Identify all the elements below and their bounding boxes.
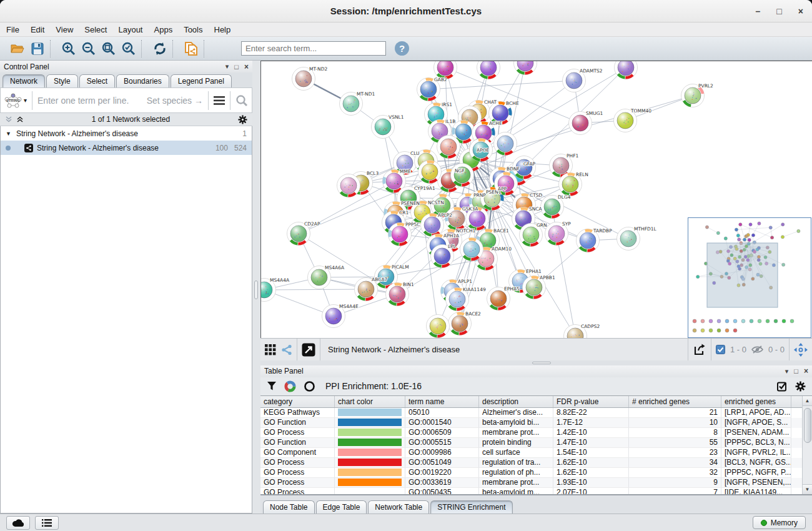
splitter-handle[interactable] [532,362,551,364]
menu-item-edit[interactable]: Edit [31,25,44,34]
table-row[interactable]: GO ProcessGO:0006509membrane prot...1.42… [260,428,802,438]
table-row[interactable]: GO ProcessGO:0019220regulation of ph...1… [260,468,802,478]
options-menu-icon[interactable] [214,96,225,105]
column-header-description[interactable]: description [479,396,553,407]
expand-all-icon[interactable] [16,116,24,123]
filter-icon[interactable] [267,381,277,391]
help-glyph: ? [399,43,405,54]
tab-network[interactable]: Network [2,74,45,87]
menu-item-select[interactable]: Select [84,25,107,34]
minimize-button[interactable]: – [756,6,761,16]
menu-item-tools[interactable]: Tools [184,25,202,34]
panel-splitter-horizontal[interactable] [260,360,812,365]
column-header-genes[interactable]: enriched genes [721,396,791,407]
menu-item-help[interactable]: Help [214,25,231,34]
open-session-button[interactable] [7,39,27,58]
scrollbar-thumb[interactable] [804,408,811,443]
table-row[interactable]: GO FunctionGO:0001540beta-amyloid bi...1… [260,418,802,428]
menu-item-view[interactable]: View [56,25,73,34]
splitter-handle[interactable] [254,280,258,299]
menu-item-layout[interactable]: Layout [118,25,142,34]
table-row[interactable]: GO ProcessGO:0033619membrane prot...1.93… [260,478,802,488]
table-row[interactable]: KEGG Pathways05010Alzheimer's dise...8.8… [260,408,802,418]
network-edge[interactable] [264,289,366,290]
set-species-link[interactable]: Set species → [147,96,203,106]
network-collection-row[interactable]: ▼ String Network - Alzheimer's disease 1 [1,126,252,141]
column-header-term[interactable]: term name [405,396,479,407]
zoom-selected-button[interactable] [119,39,139,58]
network-node[interactable] [427,315,450,338]
zoom-out-button[interactable] [79,39,99,58]
hidden-eye-icon[interactable] [751,345,763,354]
save-session-button[interactable] [27,39,47,58]
table-tab-node-table[interactable]: Node Table [263,500,315,514]
task-history-button[interactable] [35,516,59,530]
scroll-down-button[interactable]: ▼ [803,484,812,494]
menu-item-apps[interactable]: Apps [154,25,173,34]
panel-float-icon[interactable]: □ [794,367,798,375]
memory-button[interactable]: Memory [753,516,806,529]
menu-item-file[interactable]: File [6,25,19,34]
export-network-button[interactable] [688,339,711,361]
panel-close-icon[interactable]: × [244,62,249,71]
tree-expand-icon[interactable]: ▼ [6,131,11,137]
grid-view-icon[interactable] [265,344,276,355]
network-node[interactable] [514,61,537,75]
search-icon[interactable] [235,94,248,107]
cloud-tasks-button[interactable] [6,516,30,530]
tab-legend-panel[interactable]: Legend Panel [171,74,232,87]
panel-float-icon[interactable]: □ [234,63,239,71]
table-row[interactable]: GO ProcessGO:0051049regulation of tra...… [260,458,802,468]
panel-menu-icon[interactable]: ▾ [225,62,229,71]
table-row[interactable]: GO ComponentGO:0009986cell surface1.54E-… [260,448,802,458]
table-tab-string-enrichment[interactable]: STRING Enrichment [430,500,512,514]
column-header-color[interactable]: chart color [335,396,405,407]
help-button[interactable]: ? [395,41,409,56]
panel-splitter-vertical[interactable] [252,61,260,514]
string-logo[interactable]: STRING ▾ [4,92,27,109]
birdseye-toggle[interactable] [297,339,320,361]
gear-icon[interactable] [795,381,806,392]
network-node[interactable] [437,136,460,159]
scroll-up-button[interactable]: ▲ [803,396,812,406]
pan-navigation-button[interactable] [790,339,812,361]
collapse-all-icon[interactable] [5,116,12,123]
pie-chart-icon[interactable] [284,380,296,392]
zoom-in-button[interactable] [59,39,79,58]
network-node[interactable] [494,132,517,156]
table-tab-edge-table[interactable]: Edge Table [316,500,367,514]
query-placeholder[interactable]: Enter one term per line. [37,96,129,106]
network-node[interactable] [451,164,474,187]
ring-chart-icon[interactable] [304,380,315,392]
share-view-icon[interactable] [281,344,292,355]
close-button[interactable]: × [798,6,803,16]
panel-menu-icon[interactable]: ▾ [785,367,789,375]
maximize-button[interactable]: □ [776,6,781,16]
gear-icon[interactable] [238,115,247,124]
network-from-file-button[interactable] [181,39,201,58]
table-row[interactable]: GO FunctionGO:0005515protein binding1.47… [260,438,802,448]
search-input[interactable] [241,41,386,56]
tab-style[interactable]: Style [46,74,78,87]
zoom-fit-button[interactable] [99,39,119,58]
refresh-button[interactable] [150,39,170,58]
overview-viewport-rect[interactable] [707,243,778,307]
network-canvas[interactable]: MT-ND2MT-ND1VSNL1GAB2IRS1CHATBCHEIL1BACH… [260,61,812,338]
tab-boundaries[interactable]: Boundaries [116,74,169,87]
select-columns-icon[interactable] [777,381,788,392]
selected-checkbox-icon[interactable] [716,345,725,354]
network-node[interactable] [460,238,483,261]
column-header-category[interactable]: category [260,396,335,407]
table-tab-network-table[interactable]: Network Table [368,500,429,514]
network-node[interactable] [337,174,360,197]
panel-close-icon[interactable]: × [804,367,808,375]
birds-eye-view[interactable] [688,217,811,338]
tab-select[interactable]: Select [79,74,115,87]
network-node[interactable] [477,61,500,79]
column-header-count[interactable]: # enriched genes [629,396,721,407]
network-row-selected[interactable]: String Network - Alzheimer's disease 100… [1,141,252,155]
network-node[interactable] [615,61,638,79]
network-node[interactable] [418,161,442,184]
table-scrollbar[interactable]: ▲ ▼ [802,396,812,494]
column-header-fdr[interactable]: FDR p-value [553,396,629,407]
